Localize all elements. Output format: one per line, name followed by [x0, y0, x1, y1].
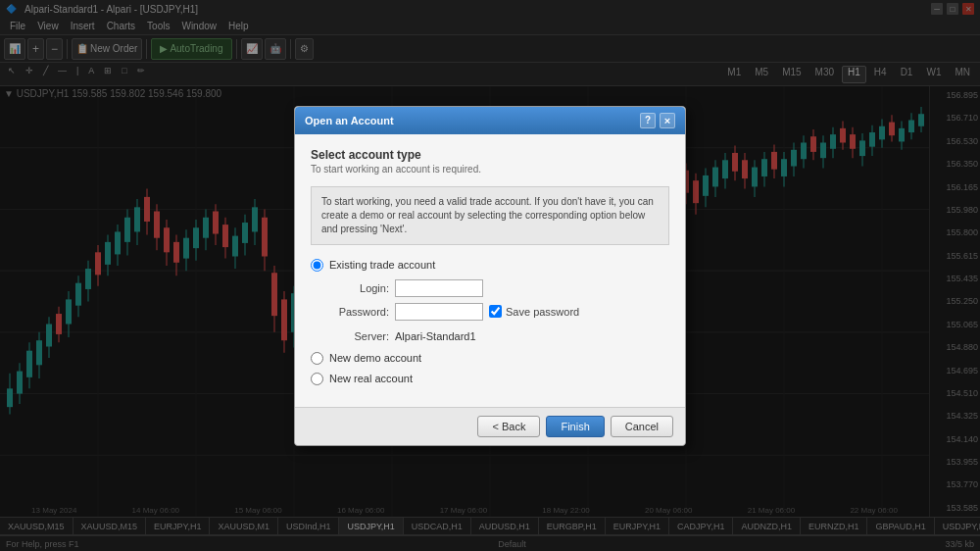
cancel-button[interactable]: Cancel — [611, 416, 673, 437]
new-real-radio-row[interactable]: New real account — [311, 373, 669, 385]
password-input[interactable] — [395, 303, 483, 321]
server-value: Alpari-Standard1 — [395, 330, 476, 342]
new-real-label: New real account — [329, 373, 413, 384]
existing-account-section: Existing trade account Login: Password: — [311, 259, 669, 342]
new-demo-label: New demo account — [329, 352, 421, 364]
back-button[interactable]: < Back — [477, 416, 540, 437]
login-input[interactable] — [395, 279, 483, 297]
server-row: Server: Alpari-Standard1 — [330, 330, 669, 342]
login-row: Login: — [330, 279, 669, 297]
existing-account-radio[interactable] — [311, 259, 323, 272]
info-box: To start working, you need a valid trade… — [311, 186, 669, 245]
new-real-radio[interactable] — [311, 373, 323, 385]
password-label: Password: — [330, 306, 389, 318]
new-demo-radio[interactable] — [311, 352, 323, 365]
section-subtitle: To start working an account is required. — [311, 164, 669, 175]
dialog-footer: < Back Finish Cancel — [295, 407, 685, 445]
section-title: Select account type — [311, 148, 669, 162]
dialog-help-btn[interactable]: ? — [640, 113, 656, 128]
dialog-close-btn[interactable]: × — [660, 113, 675, 128]
existing-account-radio-row[interactable]: Existing trade account — [311, 259, 669, 272]
login-fields: Login: Password: Save password — [330, 279, 669, 321]
login-label: Login: — [330, 282, 389, 294]
dialog-titlebar: Open an Account ? × — [295, 107, 685, 134]
server-label: Server: — [330, 330, 389, 342]
save-password-label: Save password — [506, 306, 579, 318]
existing-account-label: Existing trade account — [329, 259, 435, 271]
platform-background: 🔷 Alpari-Standard1 - Alpari - [USDJPY,H1… — [0, 0, 980, 551]
dialog-title: Open an Account — [305, 115, 394, 126]
dialog-body: Select account type To start working an … — [295, 134, 685, 407]
finish-button[interactable]: Finish — [546, 416, 604, 437]
info-text: To start working, you need a valid trade… — [321, 196, 654, 234]
modal-overlay: Open an Account ? × Select account type … — [0, 0, 980, 551]
open-account-dialog: Open an Account ? × Select account type … — [294, 106, 686, 446]
new-demo-radio-row[interactable]: New demo account — [311, 352, 669, 365]
save-password-checkbox[interactable] — [489, 305, 502, 318]
password-row: Password: Save password — [330, 303, 669, 321]
save-password-row: Save password — [489, 305, 579, 318]
